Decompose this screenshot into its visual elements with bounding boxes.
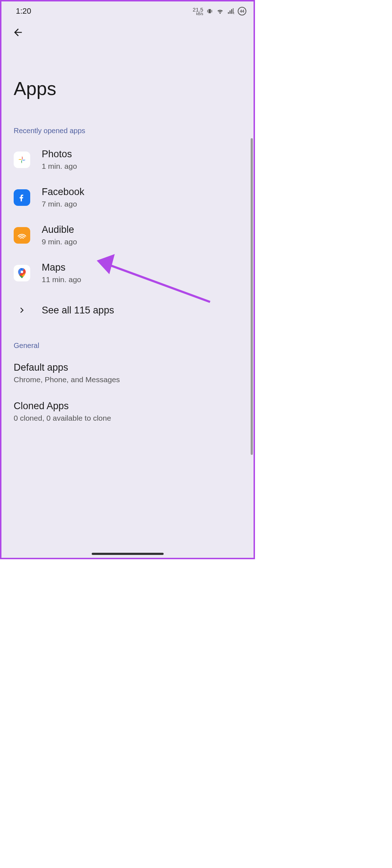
svg-text:!: ! [233, 12, 234, 15]
row-title: Default apps [14, 362, 241, 373]
section-header-general: General [1, 329, 254, 356]
row-sub: 0 cloned, 0 available to clone [14, 414, 241, 422]
status-time: 1:20 [16, 6, 31, 16]
scrollbar[interactable] [251, 138, 253, 455]
app-row-facebook[interactable]: Facebook 7 min. ago [1, 178, 254, 216]
app-sub: 11 min. ago [42, 275, 81, 284]
battery-icon: 44 [238, 7, 246, 15]
default-apps-row[interactable]: Default apps Chrome, Phone, and Messages [1, 356, 254, 390]
speed-unit: kB/s [193, 12, 203, 16]
svg-rect-0 [209, 9, 211, 13]
app-name: Photos [42, 149, 77, 160]
wifi-icon [216, 7, 224, 15]
see-all-label: See all 115 apps [42, 305, 114, 316]
chevron-right-icon [19, 307, 25, 313]
app-row-audible[interactable]: Audible 9 min. ago [1, 216, 254, 254]
cloned-apps-row[interactable]: Cloned Apps 0 cloned, 0 available to clo… [1, 390, 254, 429]
app-row-photos[interactable]: Photos 1 min. ago [1, 141, 254, 178]
network-speed: 21.5 kB/s [193, 7, 203, 16]
back-button[interactable] [11, 25, 25, 40]
row-sub: Chrome, Phone, and Messages [14, 375, 241, 384]
app-name: Audible [42, 224, 77, 235]
nav-handle[interactable] [92, 553, 164, 555]
svg-rect-2 [211, 10, 212, 13]
vibrate-icon [206, 8, 213, 15]
app-sub: 1 min. ago [42, 162, 77, 171]
screen: 1:20 21.5 kB/s ! 44 Apps Recently opened… [0, 0, 255, 559]
row-title: Cloned Apps [14, 401, 241, 412]
see-all-apps[interactable]: See all 115 apps [1, 292, 254, 329]
section-header-recent: Recently opened apps [1, 114, 254, 141]
app-sub: 7 min. ago [42, 200, 85, 208]
page-title: Apps [1, 45, 254, 114]
signal-icon: ! [227, 7, 235, 15]
app-name: Maps [42, 262, 81, 273]
maps-icon [14, 265, 30, 281]
status-bar: 1:20 21.5 kB/s ! 44 [1, 1, 254, 19]
svg-rect-1 [207, 10, 208, 13]
app-name: Facebook [42, 186, 85, 198]
speed-value: 21.5 [193, 6, 203, 13]
status-icons: 21.5 kB/s ! 44 [193, 7, 246, 16]
photos-icon [14, 152, 30, 168]
audible-icon [14, 227, 30, 244]
svg-point-4 [21, 271, 23, 273]
app-sub: 9 min. ago [42, 238, 77, 246]
arrow-back-icon [12, 27, 24, 38]
facebook-icon [14, 189, 30, 206]
app-row-maps[interactable]: Maps 11 min. ago [1, 254, 254, 292]
